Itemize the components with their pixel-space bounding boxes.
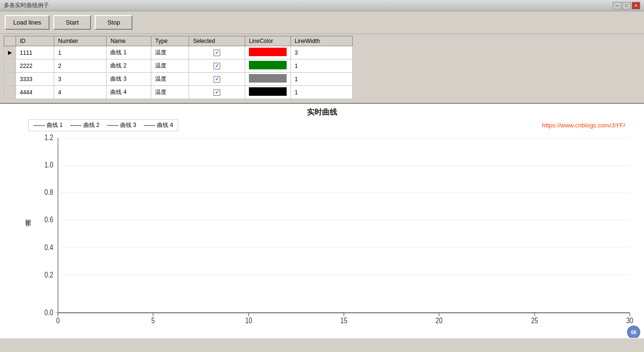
cell-id: 4444 bbox=[16, 86, 54, 99]
chart-title: 实时曲线 bbox=[0, 108, 644, 117]
cell-linecolor[interactable] bbox=[245, 46, 290, 59]
svg-text:5: 5 bbox=[151, 317, 155, 325]
window-controls: ─ □ ✕ bbox=[613, 2, 640, 9]
checkbox[interactable]: ✓ bbox=[214, 76, 220, 83]
legend-line bbox=[33, 125, 45, 126]
table-area: ID Number Name Type Selected LineColor L… bbox=[0, 34, 644, 104]
close-button[interactable]: ✕ bbox=[632, 2, 640, 9]
load-lines-button[interactable]: Load lines bbox=[5, 15, 50, 30]
stop-button[interactable]: Stop bbox=[95, 15, 132, 30]
cell-number: 4 bbox=[54, 86, 107, 99]
col-id: ID bbox=[16, 36, 54, 46]
start-button[interactable]: Start bbox=[53, 15, 91, 30]
taskbar bbox=[0, 338, 644, 352]
legend-label: 曲线 3 bbox=[120, 121, 136, 129]
restore-button[interactable]: □ bbox=[622, 2, 631, 9]
minimize-button[interactable]: ─ bbox=[613, 2, 621, 9]
cell-linecolor[interactable] bbox=[245, 59, 290, 73]
checkbox[interactable]: ✓ bbox=[214, 63, 220, 69]
col-type: Type bbox=[151, 36, 189, 46]
legend-line bbox=[107, 125, 118, 126]
cell-selected[interactable]: ✓ bbox=[189, 46, 245, 59]
col-number: Number bbox=[54, 36, 107, 46]
svg-text:20: 20 bbox=[436, 317, 443, 325]
cell-linewidth: 3 bbox=[290, 46, 352, 59]
legend-item: 曲线 4 bbox=[144, 121, 173, 129]
table-row[interactable]: ▶11111曲线 1温度✓3 bbox=[4, 46, 353, 59]
cell-id: 1111 bbox=[16, 46, 54, 59]
table-row[interactable]: 33333曲线 3温度✓1 bbox=[4, 73, 353, 86]
cell-type: 温度 bbox=[151, 86, 189, 99]
chart-svg: 1.2 1.0 0.8 0.6 0.4 0.2 0.0 bbox=[34, 132, 635, 330]
col-name: Name bbox=[107, 36, 151, 46]
toolbar: Load lines Start Stop bbox=[0, 11, 644, 34]
chart-link[interactable]: https://www.cnblogs.com/JiYF/ bbox=[542, 122, 625, 129]
chart-inner: 1.2 1.0 0.8 0.6 0.4 0.2 0.0 bbox=[34, 132, 635, 330]
row-indicator bbox=[4, 59, 16, 73]
legend-item: 曲线 2 bbox=[70, 121, 99, 129]
row-indicator: ▶ bbox=[4, 46, 16, 59]
svg-text:10: 10 bbox=[245, 317, 252, 325]
col-selected: Selected bbox=[189, 36, 245, 46]
legend-line bbox=[70, 125, 82, 126]
checkbox[interactable]: ✓ bbox=[214, 50, 220, 56]
legend-line bbox=[144, 125, 155, 126]
cell-type: 温度 bbox=[151, 59, 189, 73]
chart-container: 温度 1.2 1.0 0.8 0.6 bbox=[0, 132, 644, 344]
color-swatch bbox=[249, 74, 287, 83]
cell-type: 温度 bbox=[151, 73, 189, 86]
cell-linecolor[interactable] bbox=[245, 73, 290, 86]
svg-text:1.2: 1.2 bbox=[44, 134, 53, 142]
legend-label: 曲线 4 bbox=[157, 121, 173, 129]
cell-linewidth: 1 bbox=[290, 86, 352, 99]
cell-number: 3 bbox=[54, 73, 107, 86]
svg-text:30: 30 bbox=[626, 317, 633, 325]
cell-type: 温度 bbox=[151, 46, 189, 59]
legend-item: 曲线 3 bbox=[107, 121, 136, 129]
cell-name: 曲线 2 bbox=[107, 59, 151, 73]
cell-selected[interactable]: ✓ bbox=[189, 59, 245, 73]
row-indicator bbox=[4, 86, 16, 99]
legend-item: 曲线 1 bbox=[33, 121, 63, 129]
watermark: 68 bbox=[627, 326, 640, 339]
lines-table: ID Number Name Type Selected LineColor L… bbox=[4, 36, 353, 99]
cell-name: 曲线 1 bbox=[107, 46, 151, 59]
cell-name: 曲线 4 bbox=[107, 86, 151, 99]
cell-linewidth: 1 bbox=[290, 59, 352, 73]
chart-header-row: 曲线 1曲线 2曲线 3曲线 4 https://www.cnblogs.com… bbox=[0, 119, 644, 131]
svg-text:0.0: 0.0 bbox=[44, 309, 53, 317]
svg-text:25: 25 bbox=[531, 317, 538, 325]
cell-number: 2 bbox=[54, 59, 107, 73]
svg-text:0.6: 0.6 bbox=[44, 216, 53, 224]
cell-id: 2222 bbox=[16, 59, 54, 73]
cell-id: 3333 bbox=[16, 73, 54, 86]
cell-name: 曲线 3 bbox=[107, 73, 151, 86]
svg-text:1.0: 1.0 bbox=[44, 161, 53, 169]
col-linewidth: LineWidth bbox=[290, 36, 352, 46]
table-row[interactable]: 22222曲线 2温度✓1 bbox=[4, 59, 353, 73]
cell-linewidth: 1 bbox=[290, 73, 352, 86]
svg-text:0.2: 0.2 bbox=[44, 270, 53, 278]
color-swatch bbox=[249, 48, 287, 56]
svg-text:0.8: 0.8 bbox=[44, 188, 53, 196]
row-indicator bbox=[4, 73, 16, 86]
legend-label: 曲线 2 bbox=[83, 121, 99, 129]
chart-area: 实时曲线 曲线 1曲线 2曲线 3曲线 4 https://www.cnblog… bbox=[0, 104, 644, 352]
table-row[interactable]: 44444曲线 4温度✓1 bbox=[4, 86, 353, 99]
cell-number: 1 bbox=[54, 46, 107, 59]
checkbox[interactable]: ✓ bbox=[214, 89, 220, 96]
cell-linecolor[interactable] bbox=[245, 86, 290, 99]
legend-label: 曲线 1 bbox=[47, 121, 63, 129]
cell-selected[interactable]: ✓ bbox=[189, 86, 245, 99]
window-title: 多条实时曲线例子 bbox=[4, 1, 49, 9]
col-linecolor: LineColor bbox=[245, 36, 290, 46]
svg-text:0.4: 0.4 bbox=[44, 243, 53, 251]
chart-legend: 曲线 1曲线 2曲线 3曲线 4 bbox=[28, 119, 178, 131]
title-bar: 多条实时曲线例子 ─ □ ✕ bbox=[0, 0, 644, 11]
color-swatch bbox=[249, 87, 287, 96]
svg-text:15: 15 bbox=[340, 317, 347, 325]
cell-selected[interactable]: ✓ bbox=[189, 73, 245, 86]
color-swatch bbox=[249, 61, 287, 69]
row-indicator-header bbox=[4, 36, 16, 46]
svg-text:0: 0 bbox=[56, 317, 59, 325]
